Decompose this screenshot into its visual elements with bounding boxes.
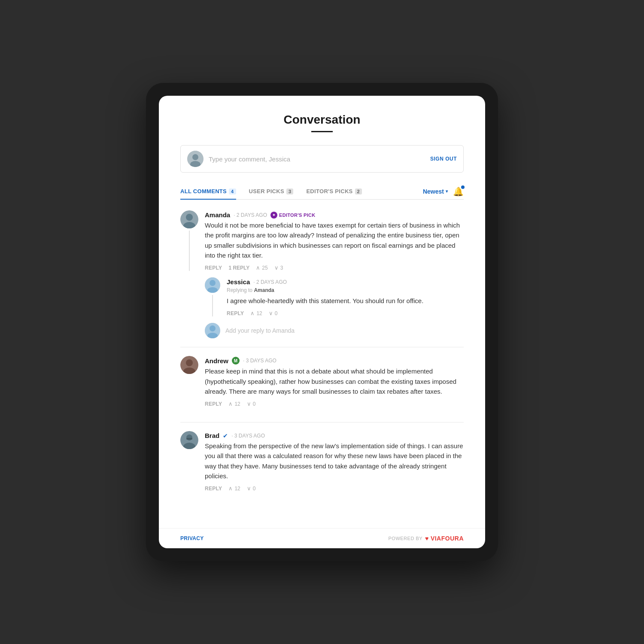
svg-point-13 (186, 359, 193, 366)
thread-line-jessica (212, 295, 213, 316)
andrew-upvote-count: 12 (234, 401, 240, 407)
page-content: Conversation Type your comment, Jessica … (159, 96, 485, 528)
andrew-avatar-col (180, 356, 198, 407)
tab-user-picks[interactable]: USER PICKS 3 (249, 184, 294, 200)
brad-time: · 3 DAYS AGO (231, 433, 265, 439)
tabs-right: Newest ▾ 🔔 (423, 186, 464, 197)
tab-all-badge: 4 (229, 188, 236, 194)
brad-downvote[interactable]: ∨ 0 (247, 485, 256, 492)
viafoura-brand: viafoura (431, 535, 464, 542)
downvote-icon-brad: ∨ (247, 485, 251, 492)
jessica-reply-text: I agree whole-heartedly with this statem… (227, 296, 464, 306)
amanda-upvote[interactable]: ∧ 25 (256, 264, 267, 271)
viafoura-logo: ♥ viafoura (425, 535, 464, 542)
verified-badge: ✔ (223, 432, 228, 439)
comment-item-brad: Brad ✔ · 3 DAYS AGO Speaking from the pe… (180, 431, 464, 492)
editor-pick-icon: ✦ (270, 212, 277, 219)
amanda-comment-body: Amanda · 2 DAYS AGO ✦ EDITOR'S PICK Woul… (205, 210, 464, 271)
jessica-downvote-count: 0 (275, 310, 278, 316)
svg-point-7 (210, 280, 216, 286)
andrew-author: Andrew (205, 357, 228, 365)
viafoura-heart-icon: ♥ (425, 535, 429, 542)
editor-pick-badge: ✦ EDITOR'S PICK (270, 212, 316, 219)
reply-input-avatar (205, 323, 220, 338)
brad-meta: Brad ✔ · 3 DAYS AGO (205, 432, 464, 439)
page-footer: PRIVACY POWERED BY ♥ viafoura (159, 528, 485, 548)
jessica-downvote[interactable]: ∨ 0 (269, 310, 278, 316)
andrew-comment-body: Andrew M · 3 DAYS AGO Please keep in min… (205, 356, 464, 407)
upvote-icon-andrew: ∧ (228, 401, 233, 407)
powered-by-section: POWERED BY ♥ viafoura (388, 535, 464, 542)
page-title: Conversation (180, 113, 464, 127)
andrew-avatar (180, 356, 198, 374)
jessica-replying-to: Replying to Amanda (227, 287, 464, 293)
brad-comment-text: Speaking from the perspective of the new… (205, 441, 464, 481)
svg-rect-17 (186, 438, 192, 440)
andrew-downvote-count: 0 (253, 401, 256, 407)
reply-input-row-amanda[interactable]: Add your reply to Amanda (180, 323, 464, 338)
jessica-actions: REPLY ∧ 12 ∨ 0 (227, 310, 464, 316)
jessica-upvote[interactable]: ∧ 12 (250, 310, 262, 316)
andrew-comment-text: Please keep in mind that this is not a d… (205, 366, 464, 396)
comment-thread-amanda: Amanda · 2 DAYS AGO ✦ EDITOR'S PICK Woul… (180, 210, 464, 347)
brad-upvote[interactable]: ∧ 12 (228, 485, 240, 492)
notification-dot (461, 185, 465, 189)
brad-avatar-col (180, 431, 198, 492)
tab-editor-picks[interactable]: EDITOR'S PICKS 2 (306, 184, 362, 200)
upvote-icon-brad: ∧ (228, 485, 233, 492)
jessica-avatar-col (205, 277, 220, 316)
jessica-comment-body: Jessica · 2 DAYS AGO Replying to Amanda … (227, 277, 464, 316)
brad-reply-button[interactable]: REPLY (205, 486, 222, 492)
comment-item-andrew: Andrew M · 3 DAYS AGO Please keep in min… (180, 356, 464, 407)
page-title-section: Conversation (180, 113, 464, 132)
upvote-icon-jessica: ∧ (250, 310, 255, 316)
reply-input-placeholder[interactable]: Add your reply to Amanda (225, 327, 295, 334)
sort-dropdown[interactable]: Newest ▾ (423, 188, 448, 195)
brad-upvote-count: 12 (234, 486, 240, 492)
downvote-icon-jessica: ∨ (269, 310, 273, 316)
comment-thread-brad: Brad ✔ · 3 DAYS AGO Speaking from the pe… (180, 431, 464, 507)
privacy-link[interactable]: PRIVACY (180, 535, 204, 541)
comment-item-amanda: Amanda · 2 DAYS AGO ✦ EDITOR'S PICK Woul… (180, 210, 464, 271)
amanda-comment-text: Would it not be more beneficial to have … (205, 220, 464, 260)
svg-point-10 (210, 325, 216, 331)
comment-input-box[interactable]: Type your comment, Jessica SIGN OUT (180, 145, 464, 173)
andrew-meta: Andrew M · 3 DAYS AGO (205, 357, 464, 365)
amanda-time: · 2 DAYS AGO (234, 212, 267, 218)
jessica-time: · 2 DAYS AGO (253, 279, 287, 285)
jessica-reply-button[interactable]: REPLY (227, 310, 244, 316)
sort-label: Newest (423, 188, 444, 195)
andrew-reply-button[interactable]: REPLY (205, 401, 222, 407)
jessica-upvote-count: 12 (256, 310, 262, 316)
comment-thread-andrew: Andrew M · 3 DAYS AGO Please keep in min… (180, 356, 464, 422)
andrew-downvote[interactable]: ∨ 0 (247, 401, 256, 407)
jessica-author: Jessica (227, 278, 250, 286)
current-user-avatar (187, 151, 204, 167)
device-frame: Conversation Type your comment, Jessica … (146, 83, 498, 561)
amanda-downvote[interactable]: ∨ 3 (274, 264, 283, 271)
sign-out-button[interactable]: SIGN OUT (430, 156, 457, 162)
downvote-icon-andrew: ∨ (247, 401, 251, 407)
thread-line-amanda (189, 231, 190, 271)
powered-by-label: POWERED BY (388, 536, 422, 541)
amanda-replies-count[interactable]: 1 REPLY (228, 265, 249, 271)
amanda-meta: Amanda · 2 DAYS AGO ✦ EDITOR'S PICK (205, 211, 464, 219)
brad-downvote-count: 0 (253, 486, 256, 492)
brad-actions: REPLY ∧ 12 ∨ 0 (205, 485, 464, 492)
svg-point-4 (186, 214, 193, 221)
andrew-upvote[interactable]: ∧ 12 (228, 401, 240, 407)
comment-item-jessica: Jessica · 2 DAYS AGO Replying to Amanda … (180, 277, 464, 316)
downvote-icon: ∨ (274, 264, 279, 271)
notification-bell[interactable]: 🔔 (453, 186, 464, 197)
amanda-reply-button[interactable]: REPLY (205, 265, 222, 271)
title-divider (311, 131, 333, 132)
amanda-avatar-col (180, 210, 198, 271)
comment-input-placeholder[interactable]: Type your comment, Jessica (209, 155, 430, 163)
amanda-actions: REPLY 1 REPLY ∧ 25 ∨ 3 (205, 264, 464, 271)
amanda-upvote-count: 25 (262, 265, 267, 271)
brad-author: Brad (205, 432, 219, 439)
brad-comment-body: Brad ✔ · 3 DAYS AGO Speaking from the pe… (205, 431, 464, 492)
chevron-down-icon: ▾ (446, 189, 448, 194)
tab-all-comments[interactable]: ALL COMMENTS 4 (180, 184, 236, 200)
upvote-icon: ∧ (256, 264, 260, 271)
